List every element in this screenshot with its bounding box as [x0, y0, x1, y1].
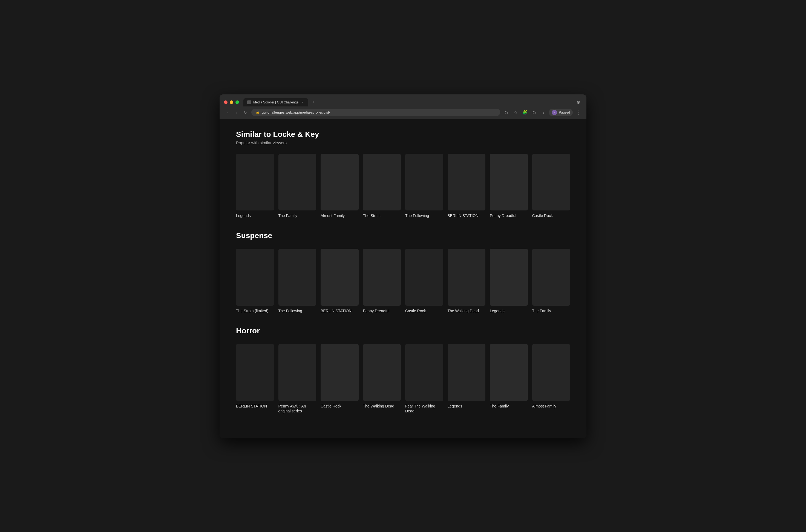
media-card — [236, 249, 274, 306]
avatar: P — [552, 110, 557, 115]
extension-icon[interactable]: 🧩 — [521, 109, 529, 116]
profile-label: Paused — [559, 111, 570, 114]
extension2-icon[interactable]: ⬡ — [530, 109, 538, 116]
list-item[interactable]: The Family — [278, 154, 317, 218]
media-title: Castle Rock — [405, 308, 443, 314]
media-card — [490, 249, 528, 306]
menu-icon[interactable]: ⊕ — [575, 98, 582, 106]
new-tab-button[interactable]: + — [310, 98, 317, 106]
tab-close-button[interactable]: ✕ — [301, 100, 304, 104]
close-button[interactable] — [224, 100, 227, 104]
media-title: Fear The Walking Dead — [405, 404, 443, 414]
media-card — [448, 344, 486, 401]
media-card — [278, 344, 317, 401]
media-title: Penny Awful: An original series — [278, 404, 317, 414]
extension3-icon[interactable]: ♪ — [540, 109, 547, 116]
media-title: The Strain (limited) — [236, 308, 274, 314]
section-suspense: Suspense The Strain (limited) The Follow… — [236, 231, 570, 314]
list-item[interactable]: Castle Rock — [321, 344, 359, 414]
list-item[interactable]: Almost Family — [532, 344, 570, 414]
media-card — [278, 154, 317, 211]
media-title: The Walking Dead — [448, 308, 486, 314]
media-title: Castle Rock — [532, 213, 570, 218]
reload-button[interactable]: ↻ — [242, 109, 249, 116]
media-card — [363, 154, 401, 211]
media-card — [321, 154, 359, 211]
media-card — [490, 344, 528, 401]
list-item[interactable]: Fear The Walking Dead — [405, 344, 443, 414]
nav-buttons: ‹ › ↻ — [224, 109, 249, 116]
more-icon[interactable]: ⋮ — [575, 109, 582, 116]
media-title: BERLIN STATION — [321, 308, 359, 314]
list-item[interactable]: The Family — [490, 344, 528, 414]
forward-button[interactable]: › — [233, 109, 240, 116]
address-text: gui-challenges.web.app/media-scroller/di… — [262, 110, 330, 114]
list-item[interactable]: Castle Rock — [405, 249, 443, 314]
browser-controls: ‹ › ↻ 🔒 gui-challenges.web.app/media-scr… — [220, 107, 586, 119]
address-bar[interactable]: 🔒 gui-challenges.web.app/media-scroller/… — [251, 109, 500, 116]
media-title: Legends — [490, 308, 528, 314]
media-title: The Following — [278, 308, 317, 314]
list-item[interactable]: Almost Family — [321, 154, 359, 218]
list-item[interactable]: The Strain — [363, 154, 401, 218]
media-title: BERLIN STATION — [448, 213, 486, 218]
lock-icon: 🔒 — [256, 111, 260, 114]
list-item[interactable]: BERLIN STATION — [448, 154, 486, 218]
media-title: The Family — [532, 308, 570, 314]
media-card — [236, 154, 274, 211]
list-item[interactable]: The Family — [532, 249, 570, 314]
bookmark-icon[interactable]: ☆ — [512, 109, 519, 116]
media-card — [532, 344, 570, 401]
section-title-suspense: Suspense — [236, 231, 570, 240]
list-item[interactable]: Legends — [490, 249, 528, 314]
maximize-button[interactable] — [236, 100, 239, 104]
list-item[interactable]: The Walking Dead — [448, 249, 486, 314]
media-card — [321, 249, 359, 306]
media-title: BERLIN STATION — [236, 404, 274, 408]
tab-title: Media Scroller | GUI Challenge — [253, 100, 298, 104]
media-title: Penny Dreadful — [490, 213, 528, 218]
cast-icon[interactable]: ⬡ — [502, 109, 510, 116]
list-item[interactable]: BERLIN STATION — [321, 249, 359, 314]
tab-bar: Media Scroller | GUI Challenge ✕ + — [243, 98, 572, 107]
media-card — [490, 154, 528, 211]
media-title: Legends — [448, 404, 486, 408]
tab-favicon — [247, 100, 251, 104]
traffic-lights — [224, 100, 239, 104]
media-title: The Family — [490, 404, 528, 408]
list-item[interactable]: Penny Dreadful — [363, 249, 401, 314]
list-item[interactable]: BERLIN STATION — [236, 344, 274, 414]
section-title-horror: Horror — [236, 326, 570, 335]
list-item[interactable]: Castle Rock — [532, 154, 570, 218]
list-item[interactable]: Penny Awful: An original series — [278, 344, 317, 414]
media-card — [448, 154, 486, 211]
media-card — [448, 249, 486, 306]
list-item[interactable]: The Following — [405, 154, 443, 218]
browser-window: Media Scroller | GUI Challenge ✕ + ⊕ ‹ ›… — [220, 94, 586, 438]
media-title: The Walking Dead — [363, 404, 401, 408]
media-grid-similar: Legends The Family Almost Family The Str… — [236, 154, 570, 218]
media-card — [405, 249, 443, 306]
back-button[interactable]: ‹ — [224, 109, 231, 116]
media-title: Castle Rock — [321, 404, 359, 408]
section-subtitle-similar: Popular with similar viewers — [236, 140, 570, 145]
media-card — [236, 344, 274, 401]
media-card — [405, 344, 443, 401]
media-card — [363, 249, 401, 306]
profile-button[interactable]: P Paused — [549, 109, 573, 116]
list-item[interactable]: Legends — [236, 154, 274, 218]
list-item[interactable]: Legends — [448, 344, 486, 414]
list-item[interactable]: Penny Dreadful — [490, 154, 528, 218]
media-card — [321, 344, 359, 401]
section-similar: Similar to Locke & Key Popular with simi… — [236, 130, 570, 218]
active-tab[interactable]: Media Scroller | GUI Challenge ✕ — [243, 98, 308, 107]
minimize-button[interactable] — [230, 100, 233, 104]
media-grid-horror: BERLIN STATION Penny Awful: An original … — [236, 344, 570, 414]
media-grid-suspense: The Strain (limited) The Following BERLI… — [236, 249, 570, 314]
list-item[interactable]: The Strain (limited) — [236, 249, 274, 314]
media-title: Almost Family — [532, 404, 570, 408]
list-item[interactable]: The Walking Dead — [363, 344, 401, 414]
list-item[interactable]: The Following — [278, 249, 317, 314]
section-title-similar: Similar to Locke & Key — [236, 130, 570, 139]
media-title: The Family — [278, 213, 317, 218]
